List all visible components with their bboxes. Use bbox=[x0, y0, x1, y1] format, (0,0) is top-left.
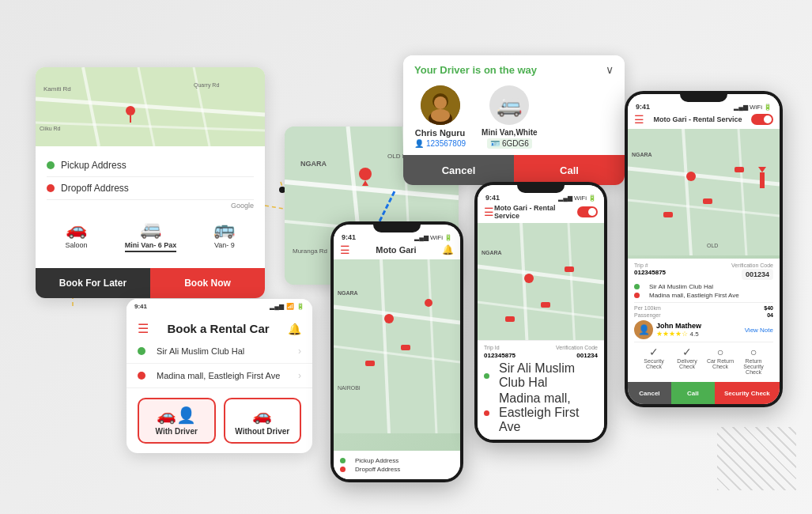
svg-text:Kamiti Rd: Kamiti Rd bbox=[43, 85, 71, 93]
without-driver-icon: 🚗 bbox=[252, 406, 272, 425]
driver-header: Your Driver is on the way ∨ bbox=[403, 55, 625, 81]
p2-hamburger[interactable]: ☰ bbox=[484, 206, 494, 218]
p3-loc1: Sir Ali Muslim Club Hal bbox=[634, 283, 773, 290]
p1-hamburger[interactable]: ☰ bbox=[340, 244, 350, 256]
loc1-dot bbox=[138, 347, 145, 355]
google-label: Google bbox=[47, 202, 254, 210]
p3-fare-row: Per 100km $40 bbox=[634, 302, 773, 311]
phone1-bottom-bar: Pickup Address Dropoff Address bbox=[334, 451, 460, 479]
battery-icon: 🔋 bbox=[296, 303, 304, 310]
p3-loc2-dot bbox=[634, 293, 640, 298]
phone2-screen: 9:41 ▂▄▆ WiFi 🔋 ☰ Moto Gari - Rental Ser… bbox=[478, 185, 604, 440]
p3-cancel-button[interactable]: Cancel bbox=[628, 382, 671, 404]
plate-row: 🪪 6GDG6 bbox=[487, 138, 532, 149]
p3-tripid-label: Trip # bbox=[634, 263, 648, 268]
van9-label: Van- 9 bbox=[214, 241, 235, 249]
pickup-row[interactable]: Pickup Address bbox=[47, 154, 254, 177]
phone1-status-icons: ▂▄▆ WiFi 🔋 bbox=[414, 234, 452, 241]
p1-pickup-dot bbox=[340, 458, 346, 463]
call-button[interactable]: Call bbox=[514, 155, 625, 185]
p3-battery: 🔋 bbox=[764, 104, 772, 111]
svg-rect-63 bbox=[735, 167, 744, 172]
saloon-label: Saloon bbox=[66, 241, 88, 249]
p2-loc2-text: Madina mall, Eastleigh First Ave bbox=[499, 391, 598, 434]
booking-widget: Kamiti Rd Quarry Rd Ciiku Rd Pickup Addr… bbox=[36, 67, 265, 298]
p1-app-title: Moto Gari bbox=[376, 245, 416, 255]
phone1-time: 9:41 bbox=[342, 233, 356, 241]
p3-driver-row: 👤 John Mathew ★★★★☆ 4.5 View Note bbox=[634, 320, 773, 339]
dropoff-row[interactable]: Dropoff Address bbox=[47, 177, 254, 200]
cancel-button[interactable]: Cancel bbox=[403, 155, 514, 185]
svg-text:Muranga Rd: Muranga Rd bbox=[293, 248, 327, 255]
rental-title: Book a Rental Car bbox=[149, 322, 288, 335]
check3: ○ Car Return Check bbox=[705, 346, 735, 375]
p3-driver-info: 👤 John Mathew ★★★★☆ 4.5 bbox=[634, 320, 701, 339]
minivan-label: Mini Van- 6 Pax bbox=[125, 241, 177, 249]
p3-pax-label: Passenger bbox=[634, 312, 660, 318]
without-driver-label: Without Driver bbox=[235, 427, 289, 436]
phone-3-frame: 9:41 ▂▄▆ WiFi 🔋 ☰ Moto Gari - Rental Ser… bbox=[625, 91, 783, 407]
loc1-text: Sir Ali Muslim Club Hal bbox=[157, 346, 244, 356]
p1-dropoff-text: Dropoff Address bbox=[355, 466, 400, 473]
svg-rect-33 bbox=[334, 259, 460, 433]
driver-phone: 123567809 bbox=[426, 139, 466, 148]
vehicle-van9[interactable]: 🚌 Van- 9 bbox=[213, 219, 235, 252]
p3-trip-id: 012345875 bbox=[634, 269, 666, 280]
p3-driver-name: John Mathew bbox=[656, 322, 701, 330]
with-driver-label: With Driver bbox=[156, 427, 198, 436]
phone3-action-buttons: Cancel Call Security Check bbox=[628, 382, 780, 404]
book-now-button[interactable]: Book Now bbox=[150, 268, 265, 298]
car-avatar: 🚐 bbox=[489, 85, 529, 125]
plate-icon: 🪪 bbox=[490, 139, 500, 148]
phone3-app-header: ☰ Moto Gari - Rental Service bbox=[628, 110, 780, 129]
rental-location-1[interactable]: Sir Ali Muslim Club Hal › bbox=[127, 339, 312, 364]
phone3-trip-details: Trip # Verification Code 012345875 00123… bbox=[628, 259, 780, 382]
p3-map-svg: NGARA OLD bbox=[628, 129, 780, 255]
rental-location-2[interactable]: Madina mall, Eastleigh First Ave › bbox=[127, 364, 312, 388]
vehicle-saloon[interactable]: 🚗 Saloon bbox=[66, 219, 88, 252]
svg-text:NGARA: NGARA bbox=[338, 290, 358, 296]
vehicle-minivan[interactable]: 🚐 Mini Van- 6 Pax bbox=[125, 219, 177, 252]
p2-toggle[interactable] bbox=[577, 206, 598, 217]
svg-rect-52 bbox=[565, 266, 574, 272]
p3-verif-label: Verification Code bbox=[731, 263, 773, 268]
security-checks: ✓ Security Check ✓ Delivery Check ○ Car … bbox=[634, 342, 773, 378]
rental-time: 9:41 bbox=[134, 303, 147, 310]
p1-map-svg: NGARA NAIROBI bbox=[334, 259, 460, 433]
booking-map-svg: Kamiti Rd Quarry Rd Ciiku Rd bbox=[36, 67, 265, 146]
rental-hamburger[interactable]: ☰ bbox=[138, 321, 149, 336]
phone2-time: 9:41 bbox=[485, 194, 500, 202]
p3-loc2: Madina mall, Eastleigh First Ave bbox=[634, 292, 773, 299]
p3-call-button[interactable]: Call bbox=[671, 382, 715, 404]
p2-wifi: WiFi bbox=[574, 195, 587, 202]
p1-battery: 🔋 bbox=[444, 234, 452, 241]
p2-loc2: Madina mall, Eastleigh First Ave bbox=[484, 391, 598, 434]
p2-loc2-dot bbox=[484, 410, 489, 416]
signal-icon: ▂▄▆ bbox=[270, 303, 284, 310]
p3-hamburger[interactable]: ☰ bbox=[634, 113, 644, 126]
view-note-link[interactable]: View Note bbox=[745, 327, 773, 334]
p3-security-button[interactable]: Security Check bbox=[715, 382, 780, 404]
rental-bell[interactable]: 🔔 bbox=[288, 323, 301, 335]
p1-dropoff: Dropoff Address bbox=[340, 466, 454, 473]
wifi-icon: 📶 bbox=[286, 303, 294, 310]
minivan-icon: 🚐 bbox=[140, 219, 161, 240]
driver-popup: Your Driver is on the way ∨ Chris Nguru bbox=[403, 55, 625, 185]
p2-trip-label: Trip Id bbox=[484, 345, 500, 350]
phone2-app-header: ☰ Moto Gari - Rental Service bbox=[478, 201, 604, 223]
svg-text:NGARA: NGARA bbox=[632, 152, 652, 157]
with-driver-option[interactable]: 🚗👤 With Driver bbox=[138, 398, 216, 444]
p3-toggle[interactable] bbox=[751, 114, 773, 125]
svg-text:NGARA: NGARA bbox=[300, 160, 327, 168]
phone2-notch bbox=[517, 182, 565, 193]
chevron-right-1: › bbox=[298, 346, 301, 357]
p1-bell[interactable]: 🔔 bbox=[442, 244, 454, 255]
without-driver-option[interactable]: 🚗 Without Driver bbox=[224, 398, 302, 444]
chevron-down-icon: ∨ bbox=[606, 63, 614, 76]
svg-point-20 bbox=[434, 96, 447, 109]
rental-options: 🚗👤 With Driver 🚗 Without Driver bbox=[127, 388, 312, 453]
phone1-screen: 9:41 ▂▄▆ WiFi 🔋 ☰ Moto Gari 🔔 bbox=[334, 225, 460, 479]
book-later-button[interactable]: Book For Later bbox=[36, 268, 150, 298]
svg-rect-61 bbox=[703, 198, 712, 204]
driver-name: Chris Nguru bbox=[415, 128, 466, 138]
